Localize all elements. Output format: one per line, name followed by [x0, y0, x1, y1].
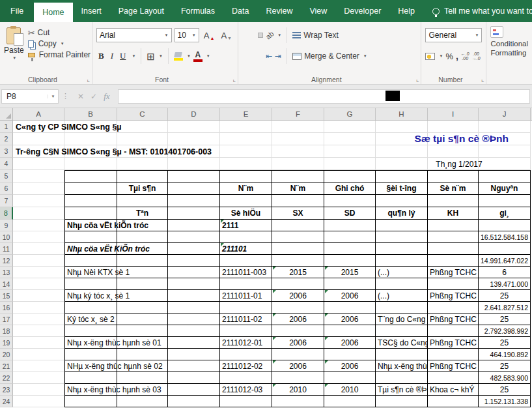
- row-header-21[interactable]: 21: [0, 360, 13, 372]
- tab-help[interactable]: Help: [389, 0, 423, 22]
- cell-E3[interactable]: [220, 145, 272, 158]
- cell-E20[interactable]: [220, 349, 272, 360]
- cell-H18[interactable]: [376, 325, 428, 337]
- cell-H13[interactable]: (...): [376, 267, 428, 278]
- format-painter-button[interactable]: Format Painter: [28, 50, 91, 59]
- cell-G16[interactable]: [324, 302, 376, 313]
- row-header-15[interactable]: 15: [0, 290, 13, 302]
- cell-A5[interactable]: [13, 170, 64, 182]
- row-header-5[interactable]: 5: [0, 170, 13, 182]
- font-size-combo[interactable]: 10 ▼: [175, 28, 199, 42]
- name-box-dropdown-arrow[interactable]: ▼: [48, 95, 58, 98]
- cell-A20[interactable]: [13, 349, 64, 360]
- increase-indent-button[interactable]: ⇥: [275, 51, 281, 61]
- cell-A23[interactable]: [13, 384, 64, 396]
- cell-G14[interactable]: [324, 278, 376, 290]
- cancel-entry-button[interactable]: ✕: [77, 92, 84, 101]
- column-header-H[interactable]: H: [376, 108, 428, 120]
- cell-A24[interactable]: [13, 396, 64, 407]
- cell-F22[interactable]: [272, 372, 324, 384]
- cell-I19[interactable]: Phßng TCHC: [428, 337, 479, 349]
- cell-H23[interactable]: Tµi s¶n cè ®Þnh: [376, 384, 428, 396]
- cell-E18[interactable]: [220, 325, 272, 337]
- cell-D20[interactable]: [168, 349, 220, 360]
- cell-D16[interactable]: [168, 302, 220, 313]
- cell-G18[interactable]: [324, 325, 376, 337]
- cell-I7[interactable]: [428, 195, 479, 207]
- cell-J9[interactable]: [479, 220, 531, 231]
- number-dialog-launcher[interactable]: ⌞: [481, 76, 484, 83]
- cell-H9[interactable]: [376, 220, 428, 231]
- accounting-format-button[interactable]: [425, 53, 435, 60]
- cell-F1[interactable]: [272, 121, 324, 133]
- cell-C14[interactable]: [117, 278, 168, 290]
- row-header-2[interactable]: 2: [0, 133, 13, 145]
- row-header-4[interactable]: 4: [0, 158, 13, 170]
- decrease-decimal-button[interactable]: .00→.0: [472, 51, 481, 61]
- cell-A9[interactable]: [13, 220, 64, 231]
- underline-dropdown-arrow[interactable]: ▼: [132, 54, 135, 58]
- cell-B15[interactable]: Nhµ ký tóc x¸ sè 1: [64, 290, 117, 302]
- cell-H22[interactable]: [376, 372, 428, 384]
- cell-J10[interactable]: 16.512.584.158: [479, 231, 531, 243]
- row-header-16[interactable]: 16: [0, 302, 13, 313]
- orientation-button[interactable]: ab: [264, 29, 275, 40]
- cell-G21[interactable]: 2006: [324, 360, 376, 372]
- cell-B5[interactable]: [64, 170, 117, 182]
- cell-B14[interactable]: [64, 278, 117, 290]
- row-header-13[interactable]: 13: [0, 267, 13, 278]
- cell-F24[interactable]: [272, 396, 324, 407]
- cell-G7[interactable]: [324, 195, 376, 207]
- cell-F3[interactable]: [272, 145, 324, 158]
- bold-button[interactable]: B: [96, 51, 106, 61]
- cell-E12[interactable]: [220, 255, 272, 267]
- paste-dropdown-arrow[interactable]: ▼: [12, 56, 16, 60]
- cell-J18[interactable]: 2.792.398.992: [479, 325, 531, 337]
- cell-H20[interactable]: [376, 349, 428, 360]
- cell-D10[interactable]: [168, 231, 220, 243]
- cell-G17[interactable]: 2006: [324, 313, 376, 325]
- cell-G3[interactable]: [324, 145, 376, 158]
- select-all-corner[interactable]: [0, 108, 13, 120]
- cell-A19[interactable]: [13, 337, 64, 349]
- cell-B21[interactable]: NHµ x-ëng thùc hµnh sè 02: [64, 360, 117, 372]
- cell-J11[interactable]: [479, 243, 531, 255]
- italic-button[interactable]: I: [109, 51, 115, 61]
- cell-B10[interactable]: [64, 231, 117, 243]
- cell-C7[interactable]: [117, 195, 168, 207]
- conditional-formatting-button[interactable]: Conditional Formatting: [486, 22, 532, 84]
- cell-F9[interactable]: [272, 220, 324, 231]
- tab-view[interactable]: View: [301, 0, 335, 22]
- cell-A2[interactable]: [13, 133, 64, 145]
- cell-E11[interactable]: 211101: [220, 243, 272, 255]
- cell-G22[interactable]: [324, 372, 376, 384]
- cell-J16[interactable]: 2.641.827.512: [479, 302, 531, 313]
- cell-H21[interactable]: Nhµ x-ëng thùc: [376, 360, 428, 372]
- orientation-dropdown-arrow[interactable]: ▼: [277, 33, 281, 37]
- cell-H24[interactable]: [376, 396, 428, 407]
- row-header-12[interactable]: 12: [0, 255, 13, 267]
- shrink-font-button[interactable]: A▼: [219, 31, 234, 40]
- cell-J14[interactable]: 139.471.000: [479, 278, 531, 290]
- cell-C16[interactable]: [117, 302, 168, 313]
- accounting-dropdown-arrow[interactable]: ▼: [439, 54, 443, 58]
- cell-A16[interactable]: [13, 302, 64, 313]
- fill-color-button[interactable]: [174, 52, 183, 61]
- cell-A7[interactable]: [13, 195, 64, 207]
- cell-I18[interactable]: [428, 325, 479, 337]
- cell-F16[interactable]: [272, 302, 324, 313]
- confirm-entry-button[interactable]: ✓: [91, 92, 97, 101]
- cell-B24[interactable]: [64, 396, 117, 407]
- cell-H16[interactable]: [376, 302, 428, 313]
- cell-I12[interactable]: [428, 255, 479, 267]
- cell-A13[interactable]: [13, 267, 64, 278]
- cell-A22[interactable]: [13, 372, 64, 384]
- row-header-19[interactable]: 19: [0, 337, 13, 349]
- cell-I10[interactable]: [428, 231, 479, 243]
- tab-page-layout[interactable]: Page Layout: [110, 0, 173, 22]
- cell-F15[interactable]: 2006: [272, 290, 324, 302]
- wrap-text-button[interactable]: Wrap Text: [303, 31, 339, 40]
- tab-formulas[interactable]: Formulas: [173, 0, 223, 22]
- cell-D22[interactable]: [168, 372, 220, 384]
- cell-D7[interactable]: [168, 195, 220, 207]
